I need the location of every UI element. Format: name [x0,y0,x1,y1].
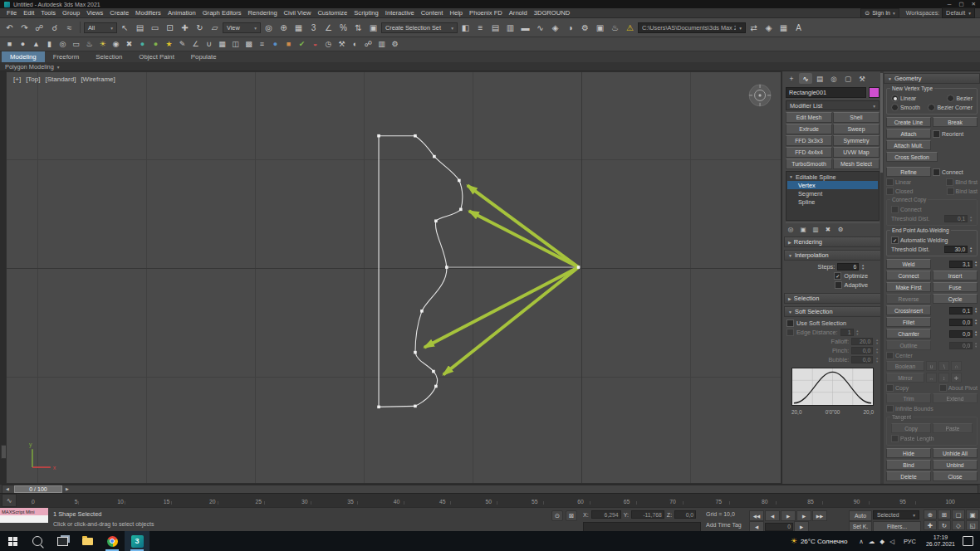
maximize-button[interactable]: ▢ [958,1,963,7]
menu-item[interactable]: Content [418,9,447,17]
array-tool-icon[interactable]: ▩ [243,38,255,51]
bezier-corner-radio[interactable] [928,104,935,111]
viewport-menu-plus[interactable]: [+] [13,76,21,83]
extend-button[interactable]: Extend [933,393,978,403]
spinner-arrows-icon[interactable] [974,307,978,314]
ribbon-toggle-icon[interactable]: ▬ [518,21,532,35]
spinner-arrows-icon[interactable] [875,339,879,345]
stack-subobject-item[interactable]: Segment [787,189,878,197]
state-sets-icon[interactable]: ◈ [762,21,776,35]
percent-snap-icon[interactable]: % [336,21,350,35]
zoom-all-icon[interactable]: ⊞ [938,510,951,519]
unbind-button[interactable]: Unbind [933,460,978,470]
angle-snap-icon[interactable]: ∠ [321,21,336,35]
link-tool-icon[interactable]: ☍ [362,38,375,51]
zoom-icon[interactable]: ⊕ [924,510,937,519]
stack-root-item[interactable]: ▼ Editable Spline [787,173,878,181]
menu-item[interactable]: Create [106,9,132,17]
remove-modifier-icon[interactable]: ✖ [823,225,833,234]
refine-button[interactable]: Refine [886,167,931,177]
shield-icon[interactable]: ◆ [880,538,884,545]
bubble-spinner[interactable]: 0,0 [851,356,873,363]
smooth-radio[interactable] [891,104,899,111]
spinner-arrows-icon[interactable] [856,329,860,336]
check-green-icon[interactable]: ✔ [296,38,308,51]
viewport-top[interactable]: [+][Top][Standard][Wireframe] [6,71,782,484]
reorient-checkbox[interactable] [933,130,940,138]
center-checkbox[interactable] [886,352,894,359]
mirror-horizontal-icon[interactable]: ↔ [926,373,937,383]
z-coordinate-field[interactable]: 0,0 [674,510,696,519]
taskbar-clock[interactable]: 17:19 26.07.2021 [920,534,961,549]
mirror-vertical-icon[interactable]: ↕ [938,373,949,383]
arnold-menu-icon[interactable]: A [791,21,806,35]
globe-icon[interactable]: ◐ [349,38,361,51]
chamfer-spinner[interactable]: 0,0 [949,330,973,338]
break-button[interactable]: Break [933,117,978,127]
create-tab-icon[interactable]: + [785,73,798,84]
bind-last-checkbox[interactable] [947,188,954,195]
connect-copy-checkbox[interactable] [891,206,899,213]
ribbon-tab[interactable]: Populate [183,51,225,62]
edge-distance-checkbox[interactable] [786,329,794,336]
warning-icon[interactable]: ⚠ [623,21,637,35]
edge-distance-spinner[interactable]: 1 [840,329,854,336]
menu-item[interactable]: Phoenix FD [466,9,506,17]
next-frame-icon[interactable]: ▶ [796,510,811,521]
render-production-icon[interactable]: ♨ [608,21,622,35]
chamfer-button[interactable]: Chamfer [886,329,931,339]
time-slider-handle[interactable]: 0 / 100 [14,485,62,493]
attach-button[interactable]: Attach [886,129,931,139]
named-selection-sets-icon[interactable]: ▣ [366,21,380,35]
spinner-arrows-icon[interactable] [969,246,973,253]
layers-icon[interactable]: ▥ [375,38,388,51]
viewport-menu-view[interactable]: [Top] [26,76,40,83]
rendering-rollout-header[interactable]: Rendering [784,236,881,247]
cross-insert-spinner[interactable]: 0,1 [949,307,973,315]
orbit-icon[interactable]: ↻ [938,520,951,530]
menu-item[interactable]: Interactive [382,9,418,17]
unlink-selection-icon[interactable]: ☌ [47,21,61,35]
maxscript-macro-row[interactable]: MAXScript Mini [0,508,48,515]
y-coordinate-field[interactable]: -11,768 [631,510,664,519]
menu-item[interactable]: Modifiers [132,9,164,17]
insert-button[interactable]: Insert [933,271,978,280]
volume-icon[interactable]: ◁ [889,538,894,545]
3ds-max-taskbar-button[interactable]: 3 [125,531,149,551]
add-time-tag-button[interactable]: Add Time Tag [706,522,742,528]
measure-icon[interactable]: ∠ [189,38,202,51]
scene-converter-icon[interactable]: ⇄ [747,21,761,35]
menu-item[interactable]: Customize [314,9,350,17]
bezier-radio[interactable] [947,95,954,102]
modifier-button[interactable]: UVW Map [833,147,880,158]
auto-weld-threshold-spinner[interactable]: 30,0 [944,246,968,253]
ribbon-panel-strip[interactable]: Polygon Modeling [0,62,980,71]
cube-orange-icon[interactable]: ■ [282,38,295,51]
workspace-dropdown[interactable]: Default [942,7,975,18]
infinite-bounds-checkbox[interactable] [886,405,894,412]
layer-explorer-icon[interactable]: ▥ [503,21,517,35]
go-to-start-icon[interactable]: ◀◀ [749,510,764,521]
cross-section-button[interactable]: Cross Section [886,152,938,162]
weather-widget[interactable]: ☀ 26°C Солнечно [784,537,855,545]
material-editor-icon[interactable]: ◑ [563,21,577,35]
boolean-subtract-icon[interactable]: ∖ [938,361,949,371]
about-pivot-checkbox[interactable] [939,384,947,392]
hierarchy-tab-icon[interactable]: ▤ [813,73,826,84]
use-soft-selection-checkbox[interactable] [786,319,794,327]
rgb-channels-icon[interactable]: ◒ [309,38,321,51]
modify-tab-icon[interactable]: ∿ [799,73,812,84]
make-unique-icon[interactable]: ▥ [811,225,821,234]
spinner-arrows-icon[interactable] [974,330,978,337]
mini-curve-editor-icon[interactable]: ∿ [2,494,17,507]
teapot-icon[interactable]: ♨ [83,38,96,51]
frame-ruler[interactable]: 0510152025303540455055606570758085909510… [17,497,980,505]
maxscript-mini-listener[interactable]: MAXScript Mini [0,508,48,523]
auto-key-button[interactable]: Auto [849,510,872,521]
adaptive-checkbox[interactable] [835,281,842,289]
attach-mult-button[interactable]: Attach Mult. [886,140,931,150]
start-button[interactable] [0,531,25,551]
modifier-button[interactable]: Sweep [833,124,880,134]
menu-item[interactable]: File [3,9,20,17]
project-folder-dropdown[interactable]: C:\Users\AS\Documents\3ds Max 2021 [638,22,746,33]
